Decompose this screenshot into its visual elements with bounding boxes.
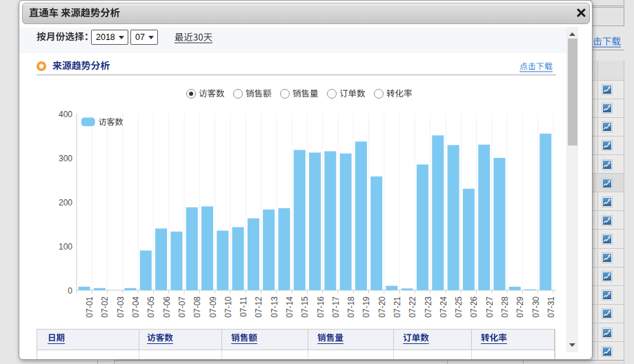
svg-text:07-04: 07-04 xyxy=(131,296,141,318)
svg-text:07-24: 07-24 xyxy=(439,296,448,318)
svg-text:07-17: 07-17 xyxy=(331,296,341,318)
svg-text:07-30: 07-30 xyxy=(531,296,541,318)
svg-text:07-03: 07-03 xyxy=(116,296,126,318)
svg-text:07-19: 07-19 xyxy=(361,296,371,318)
svg-text:07-01: 07-01 xyxy=(85,296,95,318)
svg-text:07-18: 07-18 xyxy=(346,296,356,318)
svg-text:07-08: 07-08 xyxy=(192,296,202,318)
svg-text:07-16: 07-16 xyxy=(316,296,326,318)
svg-text:200: 200 xyxy=(59,198,72,208)
svg-text:07-23: 07-23 xyxy=(424,296,433,318)
svg-text:07-02: 07-02 xyxy=(100,296,110,318)
svg-text:400: 400 xyxy=(59,110,72,119)
svg-text:07-15: 07-15 xyxy=(300,296,310,318)
svg-text:07-14: 07-14 xyxy=(285,296,295,318)
svg-text:07-12: 07-12 xyxy=(254,296,264,318)
svg-text:07-11: 07-11 xyxy=(239,296,248,317)
svg-text:07-26: 07-26 xyxy=(469,296,479,318)
svg-text:0: 0 xyxy=(68,286,72,296)
svg-text:07-28: 07-28 xyxy=(500,296,510,318)
svg-text:07-31: 07-31 xyxy=(546,296,556,318)
svg-text:07-09: 07-09 xyxy=(208,296,218,318)
svg-text:07-10: 07-10 xyxy=(224,296,233,318)
svg-text:07-13: 07-13 xyxy=(270,296,279,318)
svg-text:07-27: 07-27 xyxy=(485,296,495,318)
svg-text:07-22: 07-22 xyxy=(408,296,417,318)
svg-text:07-20: 07-20 xyxy=(377,296,387,318)
svg-text:300: 300 xyxy=(59,154,72,163)
svg-text:07-07: 07-07 xyxy=(177,296,187,318)
svg-text:07-06: 07-06 xyxy=(162,296,172,318)
svg-text:07-25: 07-25 xyxy=(454,296,464,318)
svg-text:07-29: 07-29 xyxy=(515,296,525,318)
svg-text:07-05: 07-05 xyxy=(146,296,156,318)
svg-text:100: 100 xyxy=(59,242,72,252)
svg-text:07-21: 07-21 xyxy=(393,296,402,318)
